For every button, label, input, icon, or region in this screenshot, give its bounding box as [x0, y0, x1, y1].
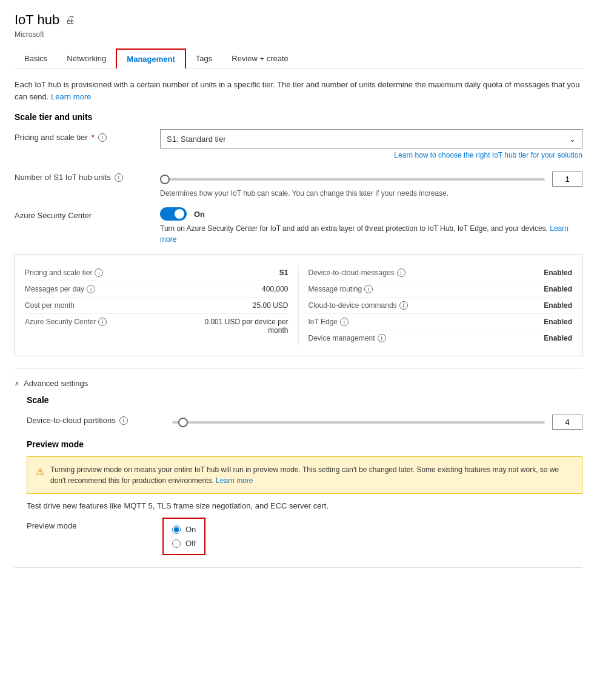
- units-value-input[interactable]: [552, 172, 582, 187]
- description-learn-more-link[interactable]: Learn more: [51, 92, 91, 101]
- units-slider[interactable]: [160, 178, 545, 181]
- required-indicator: *: [92, 133, 95, 142]
- preview-warning-box: ⚠ Turning preview mode on means your ent…: [27, 456, 582, 494]
- preview-mode-section: Preview mode ⚠ Turning preview mode on m…: [27, 439, 582, 555]
- table-cell-label: Cost per month: [25, 301, 75, 310]
- preview-learn-more-link[interactable]: Learn more: [216, 476, 253, 485]
- table-cell-value: Enabled: [544, 285, 572, 293]
- scale-subsection-title: Scale: [27, 395, 582, 405]
- info-table-grid: Pricing and scale tier i S1 Messages per…: [25, 265, 572, 346]
- page-title: IoT hub: [15, 12, 59, 28]
- page-description: Each IoT hub is provisioned with a certa…: [15, 79, 582, 102]
- table-row: Device-to-cloud-messages i Enabled: [309, 265, 573, 281]
- table-cell-label: Device management i: [309, 334, 386, 342]
- tab-networking[interactable]: Networking: [57, 48, 116, 68]
- table-cell-label: Message routing i: [309, 285, 373, 293]
- print-icon[interactable]: 🖨: [65, 15, 75, 25]
- table-cell-value: Enabled: [544, 318, 572, 326]
- table-cell-value: 25.00 USD: [253, 301, 288, 310]
- table-cell-value: 0.001 USD per device per month: [204, 318, 288, 335]
- preview-mode-radio-group: On Off: [162, 518, 205, 555]
- table-row: Messages per day i 400,000: [25, 281, 288, 297]
- table-cell-label: Device-to-cloud-messages i: [309, 268, 405, 277]
- bottom-divider: [15, 567, 582, 568]
- partitions-value-input[interactable]: [552, 415, 582, 430]
- table-row: Pricing and scale tier i S1: [25, 265, 288, 281]
- info-table: Pricing and scale tier i S1 Messages per…: [15, 255, 582, 356]
- units-control: Determines how your IoT hub can scale. Y…: [160, 169, 582, 198]
- scale-section-title: Scale tier and units: [15, 112, 582, 122]
- advanced-scale-section: Scale Device-to-cloud partitions i Previ…: [27, 395, 582, 555]
- table-row: Message routing i Enabled: [309, 281, 573, 297]
- table-cell-label: IoT Edge i: [309, 318, 349, 326]
- tab-navigation: Basics Networking Management Tags Review…: [15, 48, 582, 69]
- security-label: Azure Security Center: [15, 207, 160, 220]
- security-on-label: On: [194, 210, 205, 219]
- preview-off-option[interactable]: Off: [172, 539, 196, 548]
- tab-review-create[interactable]: Review + create: [222, 48, 298, 68]
- table-cell-label: Cloud-to-device commands i: [309, 301, 408, 310]
- table-cell-value: Enabled: [544, 268, 572, 277]
- pricing-tier-label: Pricing and scale tier * i: [15, 129, 160, 142]
- info-icon[interactable]: i: [397, 268, 405, 277]
- partitions-label: Device-to-cloud partitions i: [27, 412, 172, 425]
- partitions-slider-row: [172, 415, 582, 430]
- table-cell-value: S1: [279, 268, 288, 277]
- preview-off-radio[interactable]: [172, 539, 181, 548]
- units-hint: Determines how your IoT hub can scale. Y…: [160, 189, 582, 198]
- page-subtitle: Microsoft: [15, 30, 582, 39]
- info-icon[interactable]: i: [399, 301, 408, 310]
- info-icon[interactable]: i: [364, 285, 373, 293]
- preview-on-radio[interactable]: [172, 525, 181, 534]
- pricing-tier-control: S1: Standard tier ⌄ Learn how to choose …: [160, 129, 582, 159]
- security-toggle[interactable]: [160, 207, 187, 221]
- tab-basics[interactable]: Basics: [15, 48, 57, 68]
- units-row: Number of S1 IoT hub units i Determines …: [15, 169, 582, 198]
- info-icon[interactable]: i: [378, 334, 386, 342]
- table-cell-label: Azure Security Center i: [25, 318, 107, 326]
- units-info-icon[interactable]: i: [115, 173, 123, 182]
- table-row: IoT Edge i Enabled: [309, 313, 573, 330]
- units-slider-row: [160, 172, 582, 187]
- warning-text: Turning preview mode on means your entir…: [50, 464, 573, 486]
- security-description: Turn on Azure Security Center for IoT an…: [160, 223, 582, 245]
- table-cell-value: 400,000: [262, 285, 288, 293]
- tab-tags[interactable]: Tags: [186, 48, 222, 68]
- table-row: Device management i Enabled: [309, 330, 573, 346]
- preview-mode-label: Preview mode: [27, 518, 148, 530]
- advanced-settings-header[interactable]: ∧ Advanced settings: [15, 379, 582, 388]
- units-label: Number of S1 IoT hub units i: [15, 169, 160, 182]
- page-header: IoT hub 🖨: [15, 12, 582, 28]
- pricing-hint[interactable]: Learn how to choose the right IoT hub ti…: [160, 151, 582, 159]
- table-cell-label: Messages per day i: [25, 285, 95, 293]
- info-icon[interactable]: i: [340, 318, 349, 326]
- preview-mode-row: Preview mode On Off: [27, 518, 582, 555]
- info-table-left: Pricing and scale tier i S1 Messages per…: [25, 265, 299, 346]
- partitions-info-icon[interactable]: i: [119, 416, 128, 425]
- info-icon[interactable]: i: [87, 285, 95, 293]
- info-table-right: Device-to-cloud-messages i Enabled Messa…: [299, 265, 573, 346]
- partitions-row: Device-to-cloud partitions i: [27, 412, 582, 430]
- preview-on-option[interactable]: On: [172, 525, 196, 534]
- pricing-info-icon[interactable]: i: [98, 133, 107, 142]
- partitions-control: [172, 412, 582, 430]
- table-row: Azure Security Center i 0.001 USD per de…: [25, 313, 288, 338]
- pricing-tier-row: Pricing and scale tier * i S1: Standard …: [15, 129, 582, 159]
- security-toggle-row: On: [160, 207, 582, 221]
- security-center-row: Azure Security Center On Turn on Azure S…: [15, 207, 582, 245]
- partitions-slider[interactable]: [172, 421, 545, 424]
- test-drive-text: Test drive new features like MQTT 5, TLS…: [27, 501, 582, 510]
- table-row: Cost per month 25.00 USD: [25, 297, 288, 313]
- table-cell-value: Enabled: [544, 301, 572, 310]
- warning-icon: ⚠: [36, 465, 44, 479]
- info-icon[interactable]: i: [98, 318, 107, 326]
- pricing-tier-select[interactable]: S1: Standard tier ⌄: [160, 129, 582, 148]
- info-icon[interactable]: i: [95, 268, 103, 277]
- table-row: Cloud-to-device commands i Enabled: [309, 297, 573, 313]
- chevron-up-icon: ∧: [15, 380, 19, 387]
- tab-management[interactable]: Management: [116, 48, 185, 68]
- preview-mode-title: Preview mode: [27, 439, 582, 449]
- table-cell-label: Pricing and scale tier i: [25, 268, 103, 277]
- table-cell-value: Enabled: [544, 334, 572, 342]
- chevron-down-icon: ⌄: [569, 135, 576, 144]
